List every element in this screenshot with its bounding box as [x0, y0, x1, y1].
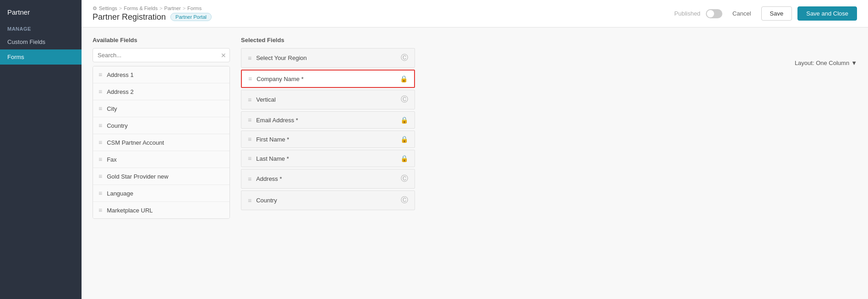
drag-handle-icon: ≡ — [98, 105, 102, 112]
lock-icon: 🔒 — [400, 155, 408, 162]
published-label: Published — [674, 10, 700, 17]
save-close-button[interactable]: Save and Close — [797, 6, 857, 21]
available-field-item[interactable]: ≡ Marketplace URL — [93, 202, 229, 218]
drag-handle-icon: ≡ — [248, 155, 251, 162]
sidebar-title: Partner — [0, 0, 82, 22]
remove-icon[interactable]: Ⓒ — [401, 53, 408, 63]
save-button[interactable]: Save — [761, 6, 792, 21]
drag-handle-icon: ≡ — [98, 190, 102, 197]
breadcrumb-partner[interactable]: Partner — [164, 5, 181, 11]
remove-icon[interactable]: Ⓒ — [401, 196, 408, 205]
drag-handle-icon: ≡ — [248, 116, 251, 124]
drag-handle-icon: ≡ — [248, 175, 251, 183]
drag-handle-icon: ≡ — [248, 54, 251, 62]
breadcrumb-settings[interactable]: Settings — [99, 5, 117, 11]
drag-handle-icon: ≡ — [98, 156, 102, 163]
manage-label: MANAGE — [0, 22, 82, 34]
breadcrumb-forms-fields[interactable]: Forms & Fields — [124, 5, 158, 11]
gear-icon: ⚙ — [93, 5, 97, 11]
drag-handle-icon: ≡ — [248, 197, 251, 204]
breadcrumb-forms[interactable]: Forms — [187, 5, 202, 11]
columns-row: Available Fields ✕ ≡ Address 1 ≡ Address… — [93, 37, 857, 219]
drag-handle-icon: ≡ — [248, 75, 252, 82]
page-title-row: Partner Registration Partner Portal — [93, 12, 212, 22]
topbar: ⚙ Settings > Forms & Fields > Partner > … — [82, 0, 868, 27]
partner-portal-badge: Partner Portal — [170, 13, 212, 21]
topbar-right: Published Cancel Save Save and Close — [674, 6, 857, 21]
breadcrumb: ⚙ Settings > Forms & Fields > Partner > … — [93, 5, 212, 11]
drag-handle-icon: ≡ — [98, 88, 102, 95]
selected-field-item[interactable]: ≡ Address * Ⓒ — [241, 169, 415, 189]
available-field-item[interactable]: ≡ City — [93, 100, 229, 117]
remove-icon[interactable]: Ⓒ — [401, 95, 408, 104]
main-content: ⚙ Settings > Forms & Fields > Partner > … — [82, 0, 868, 299]
drag-handle-icon: ≡ — [248, 96, 251, 103]
selected-fields-header: Selected Fields — [241, 37, 415, 43]
available-field-item[interactable]: ≡ Address 1 — [93, 66, 229, 83]
available-field-item[interactable]: ≡ Language — [93, 185, 229, 202]
selected-field-item[interactable]: ≡ First Name * 🔒 — [241, 130, 415, 148]
selected-field-item[interactable]: ≡ Email Address * 🔒 — [241, 111, 415, 129]
drag-handle-icon: ≡ — [98, 139, 102, 146]
selected-field-item[interactable]: ≡ Last Name * 🔒 — [241, 150, 415, 167]
available-fields-header: Available Fields — [93, 37, 230, 43]
drag-handle-icon: ≡ — [98, 71, 102, 78]
sidebar: Partner MANAGE Custom Fields Forms — [0, 0, 82, 299]
available-field-item[interactable]: ≡ Country — [93, 117, 229, 134]
cancel-button[interactable]: Cancel — [728, 7, 755, 20]
lock-icon: 🔒 — [400, 75, 408, 82]
selected-field-item[interactable]: ≡ Country Ⓒ — [241, 190, 415, 210]
drag-handle-icon: ≡ — [98, 207, 102, 214]
layout-label[interactable]: Layout: One Column ▼ — [795, 60, 857, 66]
search-box: ✕ — [93, 48, 230, 62]
available-fields-list: ≡ Address 1 ≡ Address 2 ≡ City ≡ Country — [93, 66, 230, 219]
selected-fields-list: ≡ Select Your Region Ⓒ ≡ Company Name * … — [241, 48, 415, 212]
available-field-item[interactable]: ≡ CSM Partner Account — [93, 134, 229, 151]
drag-handle-icon: ≡ — [98, 173, 102, 180]
remove-icon[interactable]: Ⓒ — [401, 174, 408, 184]
available-fields-column: Available Fields ✕ ≡ Address 1 ≡ Address… — [93, 37, 230, 219]
selected-field-item-company-name[interactable]: ≡ Company Name * 🔒 — [241, 70, 415, 88]
available-field-item[interactable]: ≡ Fax — [93, 151, 229, 168]
drag-handle-icon: ≡ — [98, 122, 102, 129]
sidebar-item-custom-fields[interactable]: Custom Fields — [0, 34, 82, 49]
search-clear-icon[interactable]: ✕ — [221, 52, 226, 59]
selected-field-item[interactable]: ≡ Vertical Ⓒ — [241, 90, 415, 109]
lock-icon: 🔒 — [400, 116, 408, 124]
lock-icon: 🔒 — [400, 136, 408, 143]
page-title: Partner Registration — [93, 12, 166, 22]
drag-handle-icon: ≡ — [248, 136, 251, 143]
sidebar-item-forms[interactable]: Forms — [0, 49, 82, 65]
available-field-item[interactable]: ≡ Gold Star Provider new — [93, 168, 229, 185]
chevron-down-icon: ▼ — [851, 60, 857, 66]
available-field-item[interactable]: ≡ Address 2 — [93, 83, 229, 100]
content-area: Layout: One Column ▼ Available Fields ✕ … — [82, 27, 868, 299]
search-input[interactable] — [93, 48, 230, 62]
topbar-left: ⚙ Settings > Forms & Fields > Partner > … — [93, 5, 212, 22]
published-toggle[interactable] — [706, 9, 722, 18]
selected-fields-column: Selected Fields ≡ Select Your Region Ⓒ ≡… — [241, 37, 415, 219]
selected-field-item[interactable]: ≡ Select Your Region Ⓒ — [241, 48, 415, 68]
